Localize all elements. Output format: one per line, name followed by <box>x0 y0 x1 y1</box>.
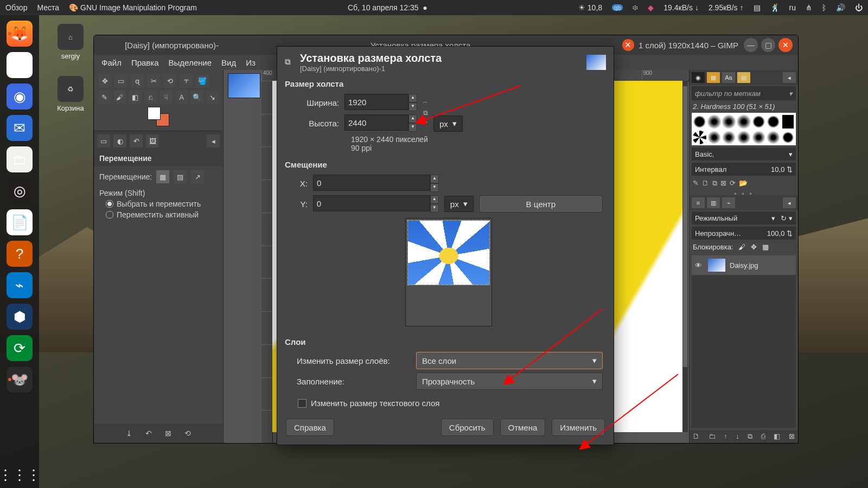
tray-icon[interactable]: ▤ <box>754 3 761 12</box>
layer-opacity[interactable]: Непрозрачн…100,0 ⇅ <box>692 227 796 240</box>
lock-alpha-icon[interactable]: ▦ <box>762 243 769 251</box>
width-field[interactable] <box>344 94 409 110</box>
brush-interval[interactable]: Интервал10,0 ⇅ <box>692 163 796 176</box>
tab-patterns[interactable]: ▦ <box>707 72 720 83</box>
layer-delete-icon[interactable]: ⊠ <box>789 432 795 441</box>
tool-measure[interactable]: ↘ <box>207 91 219 104</box>
help-button[interactable]: Справка <box>286 419 334 436</box>
brush-new-icon[interactable]: 🗋 <box>702 179 709 188</box>
tool-transform[interactable]: ⟲ <box>163 74 176 87</box>
layer-new-icon[interactable]: 🗋 <box>693 432 700 441</box>
height-up[interactable]: ▲ <box>409 114 417 123</box>
brush-dup-icon[interactable]: ⧉ <box>712 179 717 188</box>
tool-move[interactable]: ✥ <box>98 74 111 87</box>
weather-indicator[interactable]: ☀ 10,8 <box>578 3 602 12</box>
volume-icon[interactable]: 🔊 <box>836 3 845 12</box>
cancel-button[interactable]: Отмена <box>500 419 546 436</box>
color-swatches[interactable] <box>148 107 169 126</box>
layer-tab-menu[interactable]: ◂ <box>783 197 796 208</box>
tool-pencil[interactable]: ✎ <box>98 91 111 104</box>
lock-pixels-icon[interactable]: 🖌 <box>738 243 745 251</box>
center-button[interactable]: В центр <box>479 195 603 213</box>
radio-pick-layer[interactable]: Выбрать и переместить <box>106 200 218 208</box>
height-down[interactable]: ▼ <box>409 123 417 132</box>
tab-tool-options[interactable]: ▭ <box>97 134 110 147</box>
apply-button[interactable]: Изменить <box>552 419 605 436</box>
power-icon[interactable]: ⏻ <box>855 3 863 12</box>
close-button[interactable]: ✕ <box>778 38 793 52</box>
width-down[interactable]: ▼ <box>409 102 417 111</box>
fill-select[interactable]: Прозрачность▾ <box>416 373 603 390</box>
canvas-vscrollbar[interactable] <box>682 81 688 432</box>
menu-view[interactable]: Вид <box>221 58 236 67</box>
dock-vscode[interactable]: ⌁ <box>7 272 33 298</box>
brush-preset-select[interactable]: Basic,▾ <box>692 147 796 160</box>
x-field[interactable] <box>313 175 430 191</box>
reset-button[interactable]: Сбросить <box>441 419 494 436</box>
activities-button[interactable]: Обзор <box>5 3 27 12</box>
height-field[interactable] <box>344 114 409 131</box>
keyboard-layout[interactable]: ru <box>789 3 796 12</box>
layer-name[interactable]: Daisy.jpg <box>730 261 758 269</box>
layer-up-icon[interactable]: ↑ <box>724 432 727 441</box>
tab-device-status[interactable]: ◐ <box>113 134 126 147</box>
clock[interactable]: Сб, 10 апреля 12:35 ● <box>348 3 427 12</box>
desktop-home-icon[interactable]: ⌂ sergiy <box>51 24 90 60</box>
width-up[interactable]: ▲ <box>409 94 417 102</box>
tab-fonts[interactable]: Aa <box>722 72 735 83</box>
x-input[interactable]: ▲▼ <box>313 175 439 192</box>
layer-row[interactable]: 👁 Daisy.jpg <box>692 255 796 275</box>
tab-undo-history[interactable]: ↶ <box>130 134 143 147</box>
dock-virtualbox[interactable]: ⬢ <box>7 304 33 330</box>
minimize-button[interactable]: — <box>744 38 758 52</box>
cube-indicator[interactable]: ◆ <box>648 3 654 12</box>
dock-libreoffice[interactable]: 📄 <box>7 209 33 235</box>
move-mode-path[interactable]: ↗ <box>191 170 204 183</box>
y-field[interactable] <box>313 195 430 211</box>
app-menu[interactable]: 🎨 GNU Image Manipulation Program <box>69 3 197 12</box>
tool-rect-select[interactable]: ▭ <box>114 74 127 87</box>
layer-dup-icon[interactable]: ⧉ <box>748 432 752 441</box>
resize-text-checkbox[interactable]: Изменить размер текстового слоя <box>277 396 614 412</box>
visibility-icon[interactable]: 👁 <box>695 261 704 269</box>
brush-tab-menu[interactable]: ◂ <box>783 72 796 83</box>
tab-brushes[interactable]: ◉ <box>692 72 705 83</box>
tab-channels[interactable]: ▥ <box>707 197 720 208</box>
tab-menu-icon[interactable]: ◂ <box>207 134 220 147</box>
dock-anydesk[interactable]: ⟳ <box>7 335 33 361</box>
dock-chromium[interactable]: ◉ <box>7 84 33 110</box>
tool-brush[interactable]: 🖌 <box>114 91 126 104</box>
btn-restore-options[interactable]: ↶ <box>145 429 152 438</box>
offset-unit-select[interactable]: px▾ <box>444 196 474 212</box>
dock-grip[interactable]: • • • <box>690 190 798 195</box>
layer-merge-icon[interactable]: ⎙ <box>761 432 765 441</box>
resize-layers-select[interactable]: Все слои▾ <box>416 352 603 369</box>
brush-grid[interactable] <box>692 113 796 145</box>
move-mode-layer[interactable]: ▦ <box>156 170 169 183</box>
layer-mode-select[interactable]: Режимльный▾ ↻ ▾ <box>692 211 796 224</box>
offset-preview[interactable] <box>405 218 492 326</box>
fg-color[interactable] <box>148 107 161 120</box>
y-input[interactable]: ▲▼ <box>313 195 439 213</box>
dock-chrome[interactable]: ◉ <box>7 52 33 78</box>
dock-files[interactable]: 🗀 <box>7 146 33 172</box>
tool-free-select[interactable]: ɋ <box>131 74 144 87</box>
bluetooth-icon[interactable]: ᛒ <box>822 3 826 12</box>
tab-paths[interactable]: ⌁ <box>722 197 735 208</box>
desktop-trash-icon[interactable]: ♻ Корзина <box>51 76 90 112</box>
brush-filter-input[interactable]: фильтр по меткам▾ <box>692 86 796 100</box>
menu-edit[interactable]: Правка <box>131 58 159 67</box>
network-icon[interactable]: ⋔ <box>806 3 812 12</box>
btn-delete-options[interactable]: ⊠ <box>165 429 171 438</box>
brush-del-icon[interactable]: ⊠ <box>720 179 726 188</box>
qb-indicator[interactable]: qb <box>612 4 623 11</box>
tab-images[interactable]: 🖼 <box>146 134 159 147</box>
brush-open-icon[interactable]: 📂 <box>739 179 748 188</box>
dock-help[interactable]: ? <box>7 241 33 267</box>
unit-select[interactable]: px▾ <box>433 115 463 132</box>
width-input[interactable]: ▲▼ <box>344 94 417 111</box>
tool-eraser[interactable]: ◧ <box>129 91 142 104</box>
menu-file[interactable]: Файл <box>101 58 122 67</box>
tool-warp[interactable]: ⥾ <box>180 74 193 87</box>
lock-pos-icon[interactable]: ✥ <box>751 243 757 251</box>
